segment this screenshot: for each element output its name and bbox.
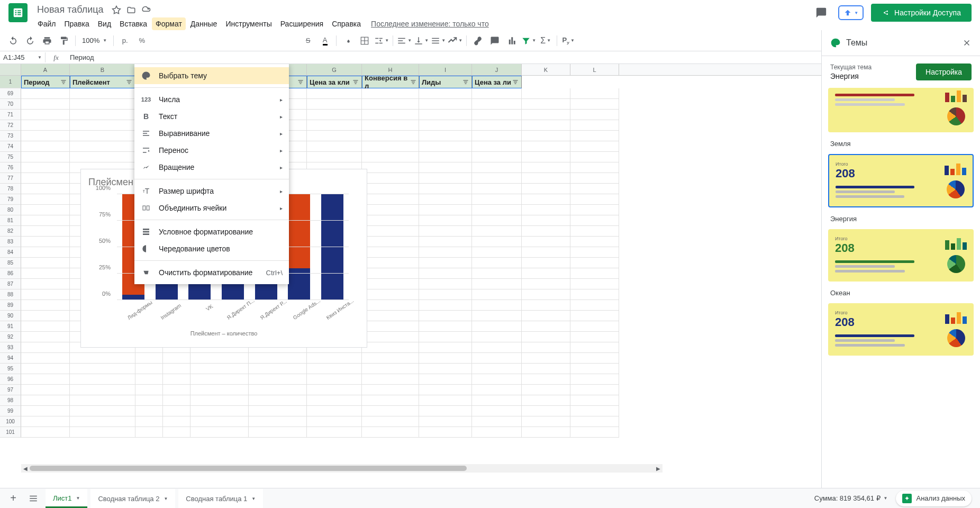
cell[interactable] [190,416,249,427]
cell[interactable] [419,205,472,215]
cell[interactable] [472,353,522,364]
cell[interactable] [522,205,570,215]
rotate-icon[interactable]: ▼ [447,33,463,49]
theme-card[interactable]: Итого208 [828,303,974,356]
row-header[interactable]: 96 [0,374,21,385]
cell[interactable] [21,416,70,427]
cell[interactable] [419,332,472,342]
cell[interactable] [362,268,419,279]
cell[interactable] [190,374,249,385]
sheet-tab[interactable]: Сводная таблица 1▼ [178,489,263,508]
cell[interactable] [307,385,362,395]
filter-cell[interactable]: Цена за ли [472,76,522,88]
cell[interactable] [522,162,570,173]
cell[interactable] [522,226,570,237]
menu-font-size[interactable]: тTРазмер шрифта▸ [134,183,289,199]
cell[interactable] [570,395,619,406]
cell[interactable] [570,120,619,131]
menu-вид[interactable]: Вид [94,17,115,30]
filter-dropdown-icon[interactable] [60,78,67,86]
cell[interactable] [570,215,619,226]
cell[interactable] [522,289,570,300]
cell[interactable] [70,353,135,364]
cell[interactable] [307,364,362,374]
cell[interactable] [362,427,419,438]
cell[interactable] [419,268,472,279]
col-header-A[interactable]: A [21,64,70,75]
cell[interactable] [362,279,419,289]
cell[interactable] [307,374,362,385]
add-sheet-button[interactable]: + [5,491,21,506]
row-header[interactable]: 87 [0,279,21,289]
cell[interactable] [419,152,472,162]
filter-cell[interactable]: Лиды [419,76,472,88]
cell[interactable] [21,321,70,332]
row-header[interactable]: 98 [0,395,21,406]
cell[interactable] [70,416,135,427]
menu-инструменты[interactable]: Инструменты [222,17,275,30]
merge-icon[interactable]: ▼ [374,33,389,49]
cell[interactable] [362,300,419,311]
cell[interactable] [70,131,135,141]
menu-вставка[interactable]: Вставка [116,17,151,30]
comment-icon[interactable] [487,33,503,49]
close-icon[interactable] [962,38,972,48]
sheet-tab[interactable]: Сводная таблица 2▼ [90,489,175,508]
cell[interactable] [362,88,419,99]
cell[interactable] [570,247,619,258]
cell[interactable] [570,237,619,247]
cell[interactable] [163,385,190,395]
cell[interactable] [135,406,163,416]
zoom-select[interactable]: 100%▼ [79,34,110,47]
last-edit[interactable]: Последнее изменение: только что [371,20,489,28]
cell[interactable] [472,226,522,237]
chart-icon[interactable] [504,33,520,49]
cell[interactable] [472,215,522,226]
row-header[interactable]: 90 [0,311,21,321]
cell[interactable] [522,99,570,110]
cell[interactable] [472,321,522,332]
horizontal-scrollbar[interactable]: ◀ ▶ [21,464,663,473]
cell[interactable] [362,120,419,131]
cloud-icon[interactable] [141,5,151,15]
cell[interactable] [419,184,472,194]
cell[interactable] [307,353,362,364]
cell[interactable] [190,385,249,395]
sheets-logo[interactable] [8,3,28,22]
cell[interactable] [522,141,570,152]
cell[interactable] [472,385,522,395]
cell[interactable] [163,374,190,385]
row-header[interactable]: 69 [0,88,21,99]
cell[interactable] [419,279,472,289]
cell[interactable] [522,215,570,226]
theme-settings-button[interactable]: Настройка [916,64,972,80]
cell[interactable] [21,194,70,205]
cell[interactable] [472,395,522,406]
row-header[interactable]: 71 [0,110,21,120]
col-header-L[interactable]: L [570,64,619,75]
cell[interactable] [21,395,70,406]
filter-cell[interactable]: Цена за кли [307,76,362,88]
cell[interactable] [419,162,472,173]
cell[interactable] [249,427,307,438]
cell[interactable] [249,364,307,374]
cell[interactable] [419,406,472,416]
cell[interactable] [522,184,570,194]
filter-cell[interactable]: Плейсмент [70,76,135,88]
cell[interactable] [570,258,619,268]
row-header[interactable]: 72 [0,120,21,131]
cell[interactable] [307,416,362,427]
menu-справка[interactable]: Справка [328,17,365,30]
fill-color-icon[interactable] [340,33,356,49]
cell[interactable] [21,268,70,279]
row-header[interactable]: 88 [0,289,21,300]
cell[interactable] [419,321,472,332]
cell[interactable] [21,374,70,385]
cell[interactable] [419,427,472,438]
cell[interactable] [362,247,419,258]
col-header-J[interactable]: J [472,64,522,75]
cell[interactable] [362,99,419,110]
cell[interactable] [570,321,619,332]
cell[interactable] [249,395,307,406]
cell[interactable] [419,300,472,311]
